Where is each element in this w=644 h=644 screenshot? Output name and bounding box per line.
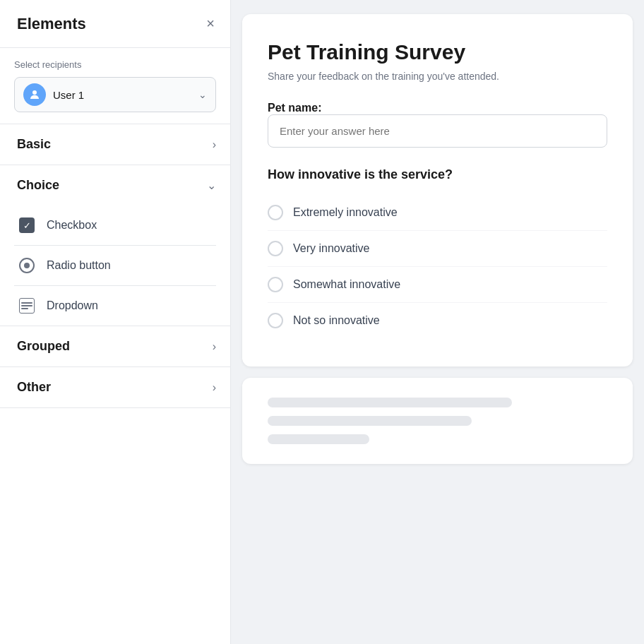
accordion-choice: Choice ⌄ ✓ Checkbox Radio button	[0, 165, 230, 326]
question-label: How innovative is the service?	[268, 167, 607, 182]
list-item[interactable]: Not so innovative	[268, 303, 607, 338]
option-label-4: Not so innovative	[293, 314, 380, 327]
placeholder-line-2	[268, 416, 472, 426]
list-item[interactable]: Radio button	[14, 246, 216, 286]
accordion-basic: Basic ›	[0, 124, 230, 165]
choice-label: Choice	[17, 178, 59, 193]
choice-items-list: ✓ Checkbox Radio button	[0, 205, 230, 326]
dropdown-line-2	[21, 305, 32, 306]
radio-icon-container	[17, 256, 37, 275]
sidebar: Elements × Select recipients User 1 ⌄ Ba…	[0, 0, 231, 644]
radio-circle-1	[268, 205, 283, 220]
grouped-chevron-icon: ›	[213, 340, 216, 353]
survey-card: Pet Training Survey Share your feedback …	[242, 14, 633, 366]
accordion-grouped: Grouped ›	[0, 326, 230, 367]
chevron-down-icon: ⌄	[198, 89, 207, 100]
list-item[interactable]: Dropdown	[14, 286, 216, 326]
placeholder-card	[242, 378, 633, 464]
dropdown-line-3	[21, 308, 28, 309]
list-item[interactable]: Very innovative	[268, 231, 607, 267]
checkbox-icon: ✓	[19, 217, 35, 233]
dropdown-line-1	[21, 302, 32, 304]
list-item[interactable]: ✓ Checkbox	[14, 205, 216, 246]
option-label-3: Somewhat innovative	[293, 278, 400, 291]
radio-circle-4	[268, 313, 283, 328]
dropdown-icon-container	[17, 296, 37, 316]
survey-title: Pet Training Survey	[268, 40, 607, 65]
user-name-label: User 1	[53, 89, 191, 101]
svg-point-0	[32, 90, 37, 95]
accordion-basic-header[interactable]: Basic ›	[0, 124, 230, 165]
recipients-label: Select recipients	[14, 59, 216, 70]
placeholder-line-1	[268, 398, 512, 407]
accordion-other-header[interactable]: Other ›	[0, 367, 230, 407]
list-item[interactable]: Extremely innovative	[268, 195, 607, 231]
grouped-label: Grouped	[17, 339, 70, 354]
close-button[interactable]: ×	[205, 14, 216, 33]
person-icon	[28, 88, 41, 101]
list-item[interactable]: Somewhat innovative	[268, 267, 607, 303]
option-label-1: Extremely innovative	[293, 206, 398, 219]
accordion-other: Other ›	[0, 367, 230, 408]
sidebar-header: Elements ×	[0, 0, 230, 48]
sidebar-title: Elements	[17, 15, 86, 33]
accordion-choice-header[interactable]: Choice ⌄	[0, 165, 230, 205]
basic-chevron-icon: ›	[213, 138, 216, 151]
close-icon: ×	[206, 16, 215, 32]
basic-label: Basic	[17, 137, 51, 152]
survey-subtitle: Share your feedback on the training you'…	[268, 71, 607, 82]
pet-name-label: Pet name:	[268, 102, 321, 114]
checkbox-icon-container: ✓	[17, 215, 37, 235]
radio-circle-2	[268, 241, 283, 256]
placeholder-line-3	[268, 434, 369, 444]
option-label-2: Very innovative	[293, 242, 370, 255]
other-chevron-icon: ›	[213, 381, 216, 394]
user-avatar	[23, 83, 46, 106]
accordion-grouped-header[interactable]: Grouped ›	[0, 326, 230, 366]
radio-button-icon	[19, 258, 35, 273]
user-select-dropdown[interactable]: User 1 ⌄	[14, 77, 216, 112]
radio-circle-3	[268, 277, 283, 292]
recipients-section: Select recipients User 1 ⌄	[0, 48, 230, 124]
choice-chevron-icon: ⌄	[207, 179, 216, 192]
pet-name-input[interactable]	[268, 114, 607, 148]
dropdown-label: Dropdown	[47, 299, 98, 312]
other-label: Other	[17, 380, 51, 395]
radio-options-list: Extremely innovative Very innovative Som…	[268, 195, 607, 338]
checkbox-label: Checkbox	[47, 219, 97, 232]
radio-label: Radio button	[47, 259, 111, 272]
main-content: Pet Training Survey Share your feedback …	[231, 0, 644, 644]
dropdown-icon	[19, 298, 35, 314]
